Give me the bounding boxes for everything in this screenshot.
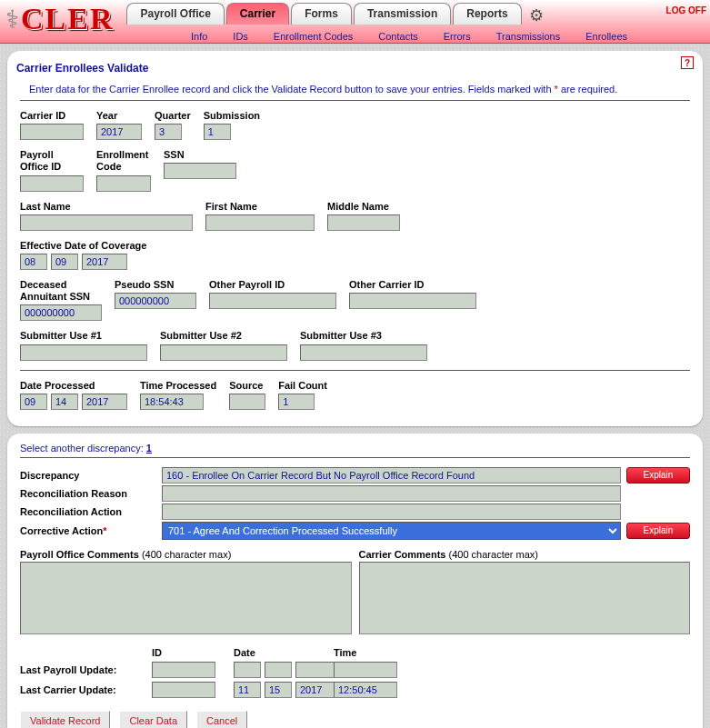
pseudo-ssn-field[interactable] (115, 293, 196, 309)
submitter-use-2-field[interactable] (160, 344, 287, 361)
subnav-info[interactable]: Info (191, 31, 207, 42)
clear-data-button[interactable]: Clear Data (119, 711, 187, 728)
carrier-comments-textarea[interactable] (359, 562, 691, 634)
lpu-dd-field[interactable] (265, 662, 292, 678)
tab-forms[interactable]: Forms (291, 3, 352, 25)
payroll-comments-textarea[interactable] (20, 562, 352, 634)
payroll-office-id-field[interactable] (20, 175, 84, 192)
discrepancy-panel: Select another discrepancy: 1 Discrepanc… (7, 434, 703, 728)
main-tabs: Payroll Office Carrier Forms Transmissio… (126, 3, 523, 25)
validate-record-button[interactable]: Validate Record (20, 711, 110, 728)
lcu-time-field[interactable] (334, 682, 397, 698)
caduceus-icon: ⚕ (5, 5, 19, 35)
recon-reason-value (162, 485, 621, 502)
eff-yy-field[interactable] (82, 254, 127, 270)
fail-count-field[interactable] (278, 394, 315, 410)
submitter-use-1-field[interactable] (20, 344, 147, 361)
tab-carrier[interactable]: Carrier (226, 3, 289, 25)
dp-yy-field[interactable] (82, 394, 127, 410)
other-payroll-id-field[interactable] (209, 293, 336, 309)
dp-mm-field[interactable] (20, 394, 47, 410)
discrepancy-value: 160 - Enrollee On Carrier Record But No … (162, 467, 621, 484)
year-field[interactable] (96, 124, 142, 140)
lcu-mm-field[interactable] (234, 682, 261, 698)
time-processed-field[interactable] (140, 394, 204, 410)
subnav-enrollment-codes[interactable]: Enrollment Codes (274, 31, 353, 42)
lcu-id-field[interactable] (152, 682, 215, 698)
subnav-ids[interactable]: IDs (233, 31, 248, 42)
submission-field[interactable] (204, 124, 231, 140)
app-logo: ⚕ CLER (0, 0, 119, 38)
logoff-button[interactable]: LOG OFF (666, 5, 706, 15)
select-discrepancy-row: Select another discrepancy: 1 (20, 443, 690, 454)
first-name-field[interactable] (205, 214, 315, 231)
discrepancy-link[interactable]: 1 (146, 443, 152, 454)
dp-dd-field[interactable] (51, 394, 78, 410)
last-name-field[interactable] (20, 214, 193, 231)
explain-corrective-button[interactable]: Explain (626, 523, 690, 539)
cancel-button[interactable]: Cancel (196, 711, 247, 728)
lcu-dd-field[interactable] (265, 682, 292, 698)
subnav-contacts[interactable]: Contacts (378, 31, 417, 42)
page-title: Carrier Enrollees Validate (16, 62, 690, 75)
corrective-action-select[interactable]: 701 - Agree And Correction Processed Suc… (162, 522, 621, 540)
gear-icon[interactable]: ⚙ (529, 5, 544, 25)
subnav-transmissions[interactable]: Transmissions (496, 31, 561, 42)
lpu-id-field[interactable] (152, 662, 215, 678)
intro-text: Enter data for the Carrier Enrollee reco… (29, 84, 690, 95)
lpu-time-field[interactable] (334, 662, 397, 678)
tab-payroll-office[interactable]: Payroll Office (126, 3, 224, 25)
carrier-id-field[interactable] (20, 124, 84, 140)
submitter-use-3-field[interactable] (300, 344, 427, 361)
deceased-ssn-field[interactable] (20, 304, 102, 321)
middle-name-field[interactable] (327, 214, 400, 231)
app-name: CLER (21, 2, 114, 36)
explain-discrepancy-button[interactable]: Explain (626, 467, 690, 484)
subnav-enrollees[interactable]: Enrollees (585, 31, 627, 42)
source-field[interactable] (229, 394, 265, 410)
quarter-field[interactable] (155, 124, 182, 140)
tab-transmission[interactable]: Transmission (354, 3, 451, 25)
subnav-errors[interactable]: Errors (444, 31, 471, 42)
recon-action-value (162, 504, 621, 520)
other-carrier-id-field[interactable] (349, 293, 476, 309)
eff-dd-field[interactable] (51, 254, 78, 270)
enrollee-panel: Carrier Enrollees Validate ? Enter data … (7, 51, 703, 426)
help-icon[interactable]: ? (681, 56, 694, 69)
enrollment-code-field[interactable] (96, 175, 151, 192)
ssn-field[interactable] (164, 163, 236, 179)
tab-reports[interactable]: Reports (453, 3, 521, 25)
top-nav: ⚕ CLER Payroll Office Carrier Forms Tran… (0, 0, 710, 44)
eff-mm-field[interactable] (20, 254, 47, 270)
sub-nav: Info IDs Enrollment Codes Contacts Error… (191, 31, 627, 42)
lpu-mm-field[interactable] (234, 662, 261, 678)
